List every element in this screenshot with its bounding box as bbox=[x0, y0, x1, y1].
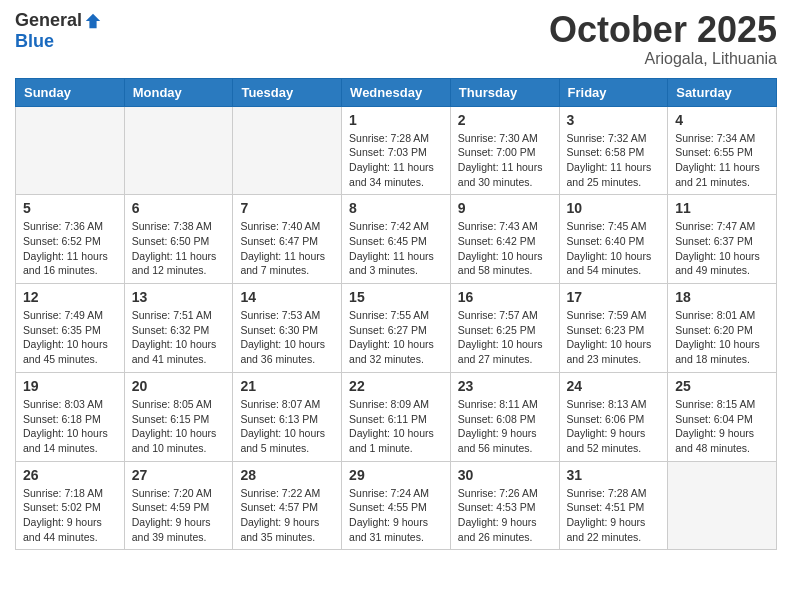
day-info: Sunrise: 8:15 AM Sunset: 6:04 PM Dayligh… bbox=[675, 397, 769, 456]
logo: General Blue bbox=[15, 10, 102, 52]
day-info: Sunrise: 8:05 AM Sunset: 6:15 PM Dayligh… bbox=[132, 397, 226, 456]
weekday-header-wednesday: Wednesday bbox=[342, 78, 451, 106]
day-info: Sunrise: 7:36 AM Sunset: 6:52 PM Dayligh… bbox=[23, 219, 117, 278]
weekday-header-friday: Friday bbox=[559, 78, 668, 106]
day-info: Sunrise: 7:55 AM Sunset: 6:27 PM Dayligh… bbox=[349, 308, 443, 367]
day-number: 9 bbox=[458, 200, 552, 216]
day-number: 28 bbox=[240, 467, 334, 483]
logo-blue-text: Blue bbox=[15, 31, 54, 52]
calendar-cell: 17Sunrise: 7:59 AM Sunset: 6:23 PM Dayli… bbox=[559, 284, 668, 373]
day-info: Sunrise: 7:59 AM Sunset: 6:23 PM Dayligh… bbox=[567, 308, 661, 367]
day-info: Sunrise: 7:40 AM Sunset: 6:47 PM Dayligh… bbox=[240, 219, 334, 278]
day-number: 2 bbox=[458, 112, 552, 128]
location-subtitle: Ariogala, Lithuania bbox=[549, 50, 777, 68]
day-info: Sunrise: 7:49 AM Sunset: 6:35 PM Dayligh… bbox=[23, 308, 117, 367]
calendar-cell: 22Sunrise: 8:09 AM Sunset: 6:11 PM Dayli… bbox=[342, 372, 451, 461]
calendar-cell: 21Sunrise: 8:07 AM Sunset: 6:13 PM Dayli… bbox=[233, 372, 342, 461]
calendar-cell: 13Sunrise: 7:51 AM Sunset: 6:32 PM Dayli… bbox=[124, 284, 233, 373]
calendar-cell: 4Sunrise: 7:34 AM Sunset: 6:55 PM Daylig… bbox=[668, 106, 777, 195]
day-info: Sunrise: 7:51 AM Sunset: 6:32 PM Dayligh… bbox=[132, 308, 226, 367]
weekday-header-sunday: Sunday bbox=[16, 78, 125, 106]
day-number: 24 bbox=[567, 378, 661, 394]
day-number: 31 bbox=[567, 467, 661, 483]
title-section: October 2025 Ariogala, Lithuania bbox=[549, 10, 777, 68]
calendar-cell: 24Sunrise: 8:13 AM Sunset: 6:06 PM Dayli… bbox=[559, 372, 668, 461]
day-number: 10 bbox=[567, 200, 661, 216]
day-info: Sunrise: 7:57 AM Sunset: 6:25 PM Dayligh… bbox=[458, 308, 552, 367]
day-number: 19 bbox=[23, 378, 117, 394]
day-number: 15 bbox=[349, 289, 443, 305]
calendar-cell bbox=[233, 106, 342, 195]
calendar-cell: 1Sunrise: 7:28 AM Sunset: 7:03 PM Daylig… bbox=[342, 106, 451, 195]
day-info: Sunrise: 7:42 AM Sunset: 6:45 PM Dayligh… bbox=[349, 219, 443, 278]
day-number: 3 bbox=[567, 112, 661, 128]
day-info: Sunrise: 7:28 AM Sunset: 7:03 PM Dayligh… bbox=[349, 131, 443, 190]
day-info: Sunrise: 8:01 AM Sunset: 6:20 PM Dayligh… bbox=[675, 308, 769, 367]
day-number: 22 bbox=[349, 378, 443, 394]
calendar-cell: 14Sunrise: 7:53 AM Sunset: 6:30 PM Dayli… bbox=[233, 284, 342, 373]
calendar-cell: 9Sunrise: 7:43 AM Sunset: 6:42 PM Daylig… bbox=[450, 195, 559, 284]
calendar-cell bbox=[124, 106, 233, 195]
calendar-table: SundayMondayTuesdayWednesdayThursdayFrid… bbox=[15, 78, 777, 551]
day-number: 14 bbox=[240, 289, 334, 305]
day-number: 30 bbox=[458, 467, 552, 483]
weekday-header-tuesday: Tuesday bbox=[233, 78, 342, 106]
day-info: Sunrise: 7:28 AM Sunset: 4:51 PM Dayligh… bbox=[567, 486, 661, 545]
calendar-cell: 26Sunrise: 7:18 AM Sunset: 5:02 PM Dayli… bbox=[16, 461, 125, 550]
week-row-1: 1Sunrise: 7:28 AM Sunset: 7:03 PM Daylig… bbox=[16, 106, 777, 195]
week-row-4: 19Sunrise: 8:03 AM Sunset: 6:18 PM Dayli… bbox=[16, 372, 777, 461]
header: General Blue October 2025 Ariogala, Lith… bbox=[15, 10, 777, 68]
weekday-header-monday: Monday bbox=[124, 78, 233, 106]
day-info: Sunrise: 8:09 AM Sunset: 6:11 PM Dayligh… bbox=[349, 397, 443, 456]
calendar-cell: 28Sunrise: 7:22 AM Sunset: 4:57 PM Dayli… bbox=[233, 461, 342, 550]
day-info: Sunrise: 7:45 AM Sunset: 6:40 PM Dayligh… bbox=[567, 219, 661, 278]
calendar-cell: 11Sunrise: 7:47 AM Sunset: 6:37 PM Dayli… bbox=[668, 195, 777, 284]
day-info: Sunrise: 7:18 AM Sunset: 5:02 PM Dayligh… bbox=[23, 486, 117, 545]
day-number: 8 bbox=[349, 200, 443, 216]
day-info: Sunrise: 7:43 AM Sunset: 6:42 PM Dayligh… bbox=[458, 219, 552, 278]
day-info: Sunrise: 7:32 AM Sunset: 6:58 PM Dayligh… bbox=[567, 131, 661, 190]
day-number: 20 bbox=[132, 378, 226, 394]
day-info: Sunrise: 7:47 AM Sunset: 6:37 PM Dayligh… bbox=[675, 219, 769, 278]
calendar-cell: 18Sunrise: 8:01 AM Sunset: 6:20 PM Dayli… bbox=[668, 284, 777, 373]
day-number: 6 bbox=[132, 200, 226, 216]
calendar-cell: 6Sunrise: 7:38 AM Sunset: 6:50 PM Daylig… bbox=[124, 195, 233, 284]
day-number: 18 bbox=[675, 289, 769, 305]
day-number: 16 bbox=[458, 289, 552, 305]
calendar-cell: 16Sunrise: 7:57 AM Sunset: 6:25 PM Dayli… bbox=[450, 284, 559, 373]
day-number: 17 bbox=[567, 289, 661, 305]
day-info: Sunrise: 7:53 AM Sunset: 6:30 PM Dayligh… bbox=[240, 308, 334, 367]
day-info: Sunrise: 8:07 AM Sunset: 6:13 PM Dayligh… bbox=[240, 397, 334, 456]
day-number: 4 bbox=[675, 112, 769, 128]
day-number: 29 bbox=[349, 467, 443, 483]
calendar-cell: 10Sunrise: 7:45 AM Sunset: 6:40 PM Dayli… bbox=[559, 195, 668, 284]
month-title: October 2025 bbox=[549, 10, 777, 50]
day-number: 11 bbox=[675, 200, 769, 216]
day-number: 26 bbox=[23, 467, 117, 483]
calendar-cell: 7Sunrise: 7:40 AM Sunset: 6:47 PM Daylig… bbox=[233, 195, 342, 284]
day-info: Sunrise: 8:03 AM Sunset: 6:18 PM Dayligh… bbox=[23, 397, 117, 456]
day-info: Sunrise: 7:20 AM Sunset: 4:59 PM Dayligh… bbox=[132, 486, 226, 545]
svg-marker-0 bbox=[86, 13, 100, 27]
day-info: Sunrise: 7:38 AM Sunset: 6:50 PM Dayligh… bbox=[132, 219, 226, 278]
calendar-cell: 30Sunrise: 7:26 AM Sunset: 4:53 PM Dayli… bbox=[450, 461, 559, 550]
day-info: Sunrise: 7:30 AM Sunset: 7:00 PM Dayligh… bbox=[458, 131, 552, 190]
day-info: Sunrise: 8:11 AM Sunset: 6:08 PM Dayligh… bbox=[458, 397, 552, 456]
calendar-cell: 5Sunrise: 7:36 AM Sunset: 6:52 PM Daylig… bbox=[16, 195, 125, 284]
day-number: 21 bbox=[240, 378, 334, 394]
calendar-cell: 25Sunrise: 8:15 AM Sunset: 6:04 PM Dayli… bbox=[668, 372, 777, 461]
logo-general-text: General bbox=[15, 10, 82, 31]
calendar-cell: 2Sunrise: 7:30 AM Sunset: 7:00 PM Daylig… bbox=[450, 106, 559, 195]
weekday-header-row: SundayMondayTuesdayWednesdayThursdayFrid… bbox=[16, 78, 777, 106]
week-row-2: 5Sunrise: 7:36 AM Sunset: 6:52 PM Daylig… bbox=[16, 195, 777, 284]
calendar-cell: 3Sunrise: 7:32 AM Sunset: 6:58 PM Daylig… bbox=[559, 106, 668, 195]
calendar-cell: 8Sunrise: 7:42 AM Sunset: 6:45 PM Daylig… bbox=[342, 195, 451, 284]
main-container: General Blue October 2025 Ariogala, Lith… bbox=[0, 0, 792, 565]
calendar-cell: 15Sunrise: 7:55 AM Sunset: 6:27 PM Dayli… bbox=[342, 284, 451, 373]
calendar-cell: 27Sunrise: 7:20 AM Sunset: 4:59 PM Dayli… bbox=[124, 461, 233, 550]
calendar-cell bbox=[16, 106, 125, 195]
calendar-cell bbox=[668, 461, 777, 550]
day-info: Sunrise: 7:26 AM Sunset: 4:53 PM Dayligh… bbox=[458, 486, 552, 545]
day-info: Sunrise: 7:24 AM Sunset: 4:55 PM Dayligh… bbox=[349, 486, 443, 545]
day-number: 7 bbox=[240, 200, 334, 216]
